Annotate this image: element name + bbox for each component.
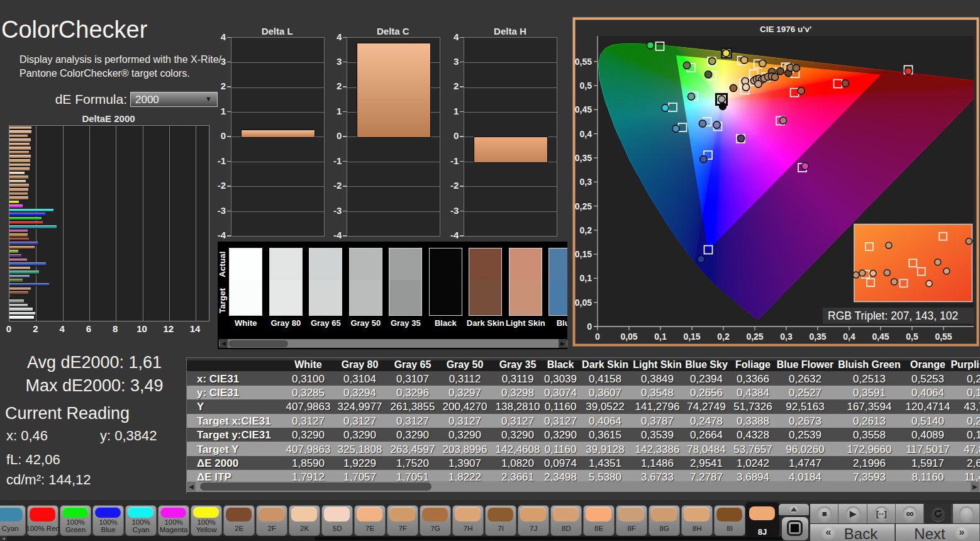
svg-text:0,55: 0,55: [575, 57, 592, 67]
svg-text:0,15: 0,15: [683, 332, 700, 342]
svg-text:0,2: 0,2: [717, 332, 730, 342]
svg-text:0: 0: [595, 332, 600, 342]
svg-text:0,45: 0,45: [872, 332, 889, 342]
svg-text:0,05: 0,05: [575, 298, 592, 308]
svg-text:0,1: 0,1: [580, 273, 593, 283]
svg-text:0,3: 0,3: [580, 177, 593, 187]
svg-text:0,4: 0,4: [580, 129, 593, 139]
svg-text:0,45: 0,45: [575, 104, 592, 114]
svg-text:0,55: 0,55: [935, 332, 952, 342]
svg-text:0,35: 0,35: [809, 332, 826, 342]
svg-text:0,3: 0,3: [780, 332, 793, 342]
svg-text:RGB Triplet: 207, 143, 102: RGB Triplet: 207, 143, 102: [828, 310, 958, 322]
svg-text:0,05: 0,05: [620, 332, 637, 342]
svg-text:0: 0: [587, 321, 592, 332]
svg-text:0,5: 0,5: [580, 81, 593, 91]
svg-text:0,1: 0,1: [654, 332, 667, 342]
svg-text:0,25: 0,25: [746, 332, 763, 342]
svg-text:0,25: 0,25: [575, 201, 592, 211]
svg-text:0,5: 0,5: [906, 332, 918, 342]
svg-text:CIE 1976 u'v': CIE 1976 u'v': [760, 25, 811, 34]
svg-text:0,35: 0,35: [575, 153, 592, 163]
svg-text:0,4: 0,4: [843, 332, 855, 342]
svg-text:0,15: 0,15: [575, 249, 592, 259]
svg-text:0,2: 0,2: [580, 225, 593, 235]
